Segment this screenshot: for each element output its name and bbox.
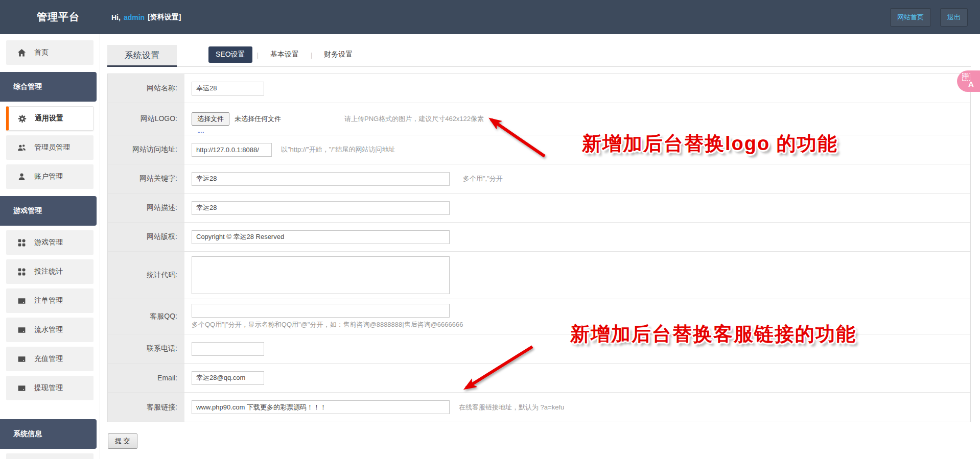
sidebar-item-admin-management[interactable]: 管理员管理 <box>6 135 94 160</box>
form-row-stats-code: 统计代码: <box>108 252 970 299</box>
sidebar-item-label: 注单管理 <box>34 296 63 305</box>
subtab-separator: | <box>257 51 259 59</box>
keywords-input[interactable] <box>192 172 450 186</box>
service-qq-label: 客服QQ: <box>108 299 184 334</box>
sub-tab-bar: SEO设置 | 基本设置 | 财务设置 <box>208 46 360 63</box>
service-qq-hint: 多个QQ用"|"分开，显示名称和QQ用"@"分开，如：售前咨询@8888888|… <box>192 320 463 329</box>
profile-settings-link[interactable]: [资料设置] <box>148 13 181 22</box>
sidebar-item-flow-management[interactable]: 流水管理 <box>6 318 94 342</box>
sidebar-item-label: 账户管理 <box>34 172 63 181</box>
sidebar-item-label: 首页 <box>34 48 49 57</box>
site-url-input[interactable] <box>192 143 272 157</box>
sidebar-item-home[interactable]: 首页 <box>6 40 94 65</box>
sidebar: 首页 综合管理 通用设置 管理员管理 账户管理 游戏管理 <box>0 34 100 459</box>
stats-code-label: 统计代码: <box>108 252 184 299</box>
sidebar-section-general[interactable]: 综合管理 <box>0 72 97 102</box>
sidebar-item-account-management[interactable]: 账户管理 <box>6 164 94 189</box>
service-qq-input[interactable] <box>192 304 450 318</box>
gear-icon <box>18 114 27 123</box>
site-home-button[interactable]: 网站首页 <box>890 8 931 27</box>
annotation-logo-feature: 新增加后台替换logo 的功能 <box>582 131 838 157</box>
site-url-hint: 以"http://"开始，"/"结尾的网站访问地址 <box>281 145 395 154</box>
sidebar-item-withdraw-management[interactable]: 提现管理 <box>6 376 94 400</box>
site-name-label: 网站名称: <box>108 74 184 103</box>
site-name-input[interactable] <box>192 82 264 95</box>
description-input[interactable] <box>192 201 450 215</box>
receipt-icon <box>17 297 26 305</box>
apps-grid-icon <box>17 268 26 276</box>
logo-preview-artifact <box>198 129 204 133</box>
site-url-label: 网站访问地址: <box>108 135 184 164</box>
users-icon <box>17 143 26 152</box>
form-row-description: 网站描述: <box>108 194 970 223</box>
sidebar-footer: PHP90源码网 © 2024 <box>6 453 94 459</box>
service-link-hint: 在线客服链接地址，默认为 ?a=kefu <box>459 403 564 412</box>
user-icon <box>17 173 26 181</box>
subtab-separator: | <box>311 51 312 59</box>
sidebar-item-label: 游戏管理 <box>34 238 63 247</box>
form-row-site-name: 网站名称: <box>108 74 970 103</box>
greeting-prefix: Hi, <box>111 13 121 21</box>
username-link[interactable]: admin <box>124 13 145 21</box>
service-link-input[interactable] <box>192 400 450 414</box>
tab-system-settings[interactable]: 系统设置 <box>107 45 177 67</box>
sidebar-item-game-management[interactable]: 游戏管理 <box>6 230 94 255</box>
sidebar-section-game[interactable]: 游戏管理 <box>0 196 97 226</box>
phone-label: 联系电话: <box>108 334 184 363</box>
sidebar-item-label: 充值管理 <box>34 354 63 364</box>
subtab-basic-settings[interactable]: 基本设置 <box>263 46 306 63</box>
sidebar-item-label: 提现管理 <box>34 383 63 393</box>
sidebar-item-recharge-management[interactable]: 充值管理 <box>6 347 94 371</box>
choose-file-button[interactable]: 选择文件 <box>192 112 229 126</box>
email-label: Email: <box>108 364 184 392</box>
sidebar-item-label: 投注统计 <box>34 267 63 276</box>
apps-grid-icon <box>17 238 26 247</box>
receipt-icon <box>17 384 26 393</box>
tab-bar: 系统设置 SEO设置 | 基本设置 | 财务设置 <box>107 45 971 67</box>
sidebar-item-bet-statistics[interactable]: 投注统计 <box>6 259 94 284</box>
annotation-kefu-feature: 新增加后台替换客服链接的功能 <box>570 321 856 347</box>
service-link-label: 客服链接: <box>108 393 184 422</box>
home-icon <box>17 49 26 57</box>
keywords-label: 网站关键字: <box>108 164 184 193</box>
sidebar-item-order-management[interactable]: 注单管理 <box>6 288 94 313</box>
description-label: 网站描述: <box>108 194 184 222</box>
sidebar-item-label: 管理员管理 <box>34 143 70 152</box>
file-status-text: 未选择任何文件 <box>235 114 281 124</box>
app-title: 管理平台 <box>0 10 100 24</box>
site-logo-label: 网站LOGO: <box>108 103 184 135</box>
logout-button[interactable]: 退出 <box>940 8 968 27</box>
translate-widget[interactable]: 中 A <box>957 70 980 92</box>
annotation-arrow-kefu <box>450 340 544 401</box>
form-row-copyright: 网站版权: <box>108 223 970 252</box>
subtab-finance-settings[interactable]: 财务设置 <box>317 46 360 63</box>
logo-hint: 请上传PNG格式的图片，建议尺寸462x122像素 <box>344 114 484 124</box>
stats-code-textarea[interactable] <box>192 256 450 294</box>
form-row-keywords: 网站关键字: 多个用","分开 <box>108 164 970 194</box>
top-header: 管理平台 Hi, admin [资料设置] 网站首页 退出 <box>0 0 980 34</box>
annotation-arrow-logo <box>478 110 554 163</box>
sidebar-item-general-settings[interactable]: 通用设置 <box>6 106 94 131</box>
phone-input[interactable] <box>192 342 264 356</box>
sidebar-section-system[interactable]: 系统信息 <box>0 419 97 449</box>
keywords-hint: 多个用","分开 <box>463 174 503 183</box>
receipt-icon <box>17 326 26 334</box>
copyright-label: 网站版权: <box>108 223 184 251</box>
receipt-icon <box>17 355 26 364</box>
copyright-input[interactable] <box>192 230 450 244</box>
sidebar-item-label: 通用设置 <box>35 114 63 123</box>
translate-en-glyph: A <box>968 80 974 88</box>
submit-button[interactable]: 提 交 <box>108 433 137 449</box>
email-input[interactable] <box>192 371 264 385</box>
sidebar-item-label: 流水管理 <box>34 325 63 334</box>
subtab-seo-settings[interactable]: SEO设置 <box>208 46 252 63</box>
user-greeting: Hi, admin [资料设置] <box>111 13 181 22</box>
